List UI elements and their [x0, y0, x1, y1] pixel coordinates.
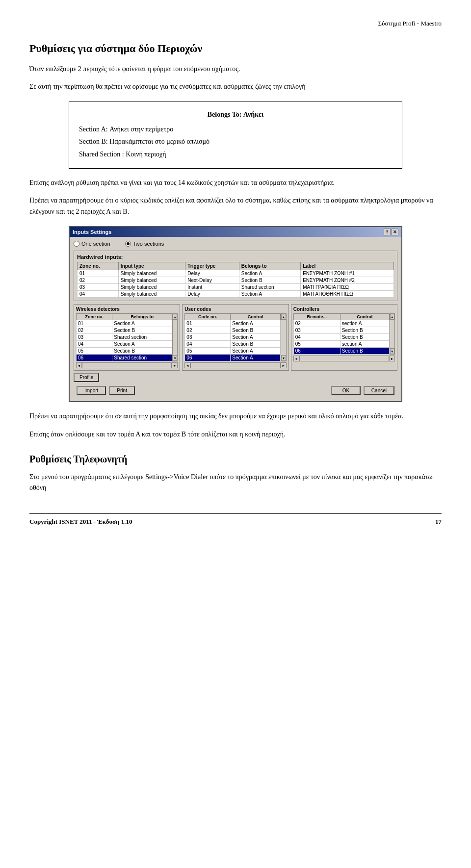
table-row[interactable]: 02section A: [293, 320, 389, 327]
footer-left-buttons: Import Print: [77, 386, 135, 395]
table-row[interactable]: 04Section B: [293, 334, 389, 341]
hardwired-inputs-group: Hardwired inputs: Zone no. Input type Tr…: [74, 251, 397, 301]
table-row[interactable]: 02Simply balancedNext-DelaySection BΕΝΣΥ…: [78, 277, 394, 284]
usercodes-scroll-left[interactable]: ◄: [184, 362, 190, 368]
belongs-to-label: Belongs To: Ανήκει: [79, 109, 392, 121]
table-row[interactable]: 01Simply balancedDelaySection AΕΝΣΥΡΜΑΤΗ…: [78, 270, 394, 277]
radio-one-circle[interactable]: [74, 241, 79, 247]
usercodes-hscroll-track: [190, 362, 280, 368]
user-codes-table-scroll: Code no. Control 01Section A02Section B0…: [184, 313, 286, 361]
table-row[interactable]: 05Section A: [185, 348, 281, 355]
print-button[interactable]: Print: [109, 386, 135, 395]
wireless-scroll-down[interactable]: ▼: [173, 355, 177, 361]
table-row[interactable]: 05Section B: [77, 348, 172, 355]
wcol-belongs: Belongs to: [112, 314, 172, 320]
page-number: 17: [435, 518, 442, 526]
bottom-panels: Wireless detectors Zone no. Belongs to 0…: [74, 304, 397, 371]
titlebar-buttons: ? ✕: [384, 229, 398, 235]
table-row[interactable]: 03Simply balancedInstantShared sectionΜΑ…: [78, 284, 394, 291]
table-row[interactable]: 04Section A: [77, 341, 172, 348]
usercodes-scroll-up[interactable]: ▲: [281, 314, 286, 320]
user-codes-panel: User codes Code no. Control 01Section A0…: [182, 304, 288, 371]
controllers-scroll-right[interactable]: ►: [389, 356, 395, 361]
table-row[interactable]: 04Section B: [185, 341, 281, 348]
radio-two-label: Two sections: [133, 241, 164, 247]
wireless-scrollbar[interactable]: ▲ ▼: [172, 313, 178, 361]
ok-button[interactable]: OK: [331, 386, 361, 395]
ccol-control: Control: [340, 314, 389, 320]
section-a-line: Section A: Ανήκει στην περίμετρο: [79, 124, 392, 135]
window-footer: Import Print OK Cancel: [74, 384, 397, 397]
paragraph-6: Επίσης όταν οπλίσουμε και τον τομέα Α κα…: [29, 429, 442, 440]
wireless-scroll-left[interactable]: ◄: [76, 362, 82, 368]
ccol-remote: Remote...: [293, 314, 340, 320]
controllers-scroll-down[interactable]: ▼: [390, 348, 394, 354]
hardwired-label: Hardwired inputs:: [77, 254, 394, 260]
section-b-line: Section B: Παρακάμπτεται στο μερικό οπλι…: [79, 136, 392, 148]
wcol-zone: Zone no.: [77, 314, 112, 320]
wireless-scroll-up[interactable]: ▲: [173, 314, 177, 320]
paragraph-4: Πρέπει να παρατηρήσουμε ότι ο κύριος κωδ…: [29, 195, 442, 217]
window-body: One section Two sections Hardwired input…: [70, 237, 401, 401]
radio-two-circle[interactable]: [125, 241, 131, 247]
import-button[interactable]: Import: [77, 386, 106, 395]
controllers-scrollbar[interactable]: ▲ ▼: [390, 313, 395, 355]
controllers-table: Remote... Control 02section A03Section B…: [293, 313, 390, 355]
profile-button[interactable]: Profile: [74, 373, 99, 382]
page-title: Ρυθμίσεις για σύστημα δύο Περιοχών: [29, 42, 442, 55]
table-row[interactable]: 03Section A: [185, 334, 281, 341]
wireless-hscroll-track: [82, 362, 172, 368]
controllers-title: Controllers: [293, 306, 395, 312]
paragraph-5: Πρέπει να παρατηρήσουμε ότι σε αυτή την …: [29, 411, 442, 422]
radio-one-label: One section: [81, 241, 110, 247]
ucol-control: Control: [231, 314, 281, 320]
table-row[interactable]: 01Section A: [185, 320, 281, 327]
window-question-btn[interactable]: ?: [384, 229, 391, 235]
wireless-scroll-right[interactable]: ►: [172, 362, 178, 368]
table-row[interactable]: 02Section B: [77, 327, 172, 334]
radio-two-sections[interactable]: Two sections: [125, 241, 164, 247]
controllers-hscroll-track: [299, 356, 389, 361]
table-row[interactable]: 06Section B: [293, 348, 389, 355]
usercodes-scroll-right[interactable]: ►: [281, 362, 287, 368]
window-title: Inputs Settings: [73, 229, 111, 235]
usercodes-scroll-down[interactable]: ▼: [281, 355, 286, 361]
table-row[interactable]: 02Section B: [185, 327, 281, 334]
usercodes-scrollbar[interactable]: ▲ ▼: [281, 313, 286, 361]
paragraph-2: Σε αυτή την περίπτωση θα πρέπει να ορίσο…: [29, 81, 442, 92]
cancel-button[interactable]: Cancel: [364, 386, 394, 395]
col-trigger: Trigger type: [185, 262, 239, 270]
table-row[interactable]: 03Shared section: [77, 334, 172, 341]
paragraph-7: Στο μενού του προγράμματος επιλέγουμε Se…: [29, 472, 442, 494]
controllers-scroll-up[interactable]: ▲: [390, 314, 394, 320]
profile-row: Profile: [74, 373, 397, 382]
ucol-code: Code no.: [185, 314, 231, 320]
paragraph-1: Όταν επιλέξουμε 2 περιοχές τότε φαίνεται…: [29, 64, 442, 75]
table-row[interactable]: 05section A: [293, 341, 389, 348]
radio-one-section[interactable]: One section: [74, 241, 110, 247]
wireless-table-scroll: Zone no. Belongs to 01Section A02Section…: [76, 313, 178, 361]
user-codes-title: User codes: [184, 306, 286, 312]
footer-right-buttons: OK Cancel: [331, 386, 394, 395]
wireless-table: Zone no. Belongs to 01Section A02Section…: [76, 313, 172, 361]
section2-heading: Ρυθμίσεις Τηλεφωνητή: [29, 454, 442, 465]
hardwired-table: Zone no. Input type Trigger type Belongs…: [77, 262, 394, 298]
table-row[interactable]: 04Simply balancedDelaySection AΜΑΤΙ ΑΠΟΘ…: [78, 291, 394, 298]
col-belongs: Belongs to: [239, 262, 300, 270]
inputs-settings-window: Inputs Settings ? ✕ One section Two sect…: [69, 226, 402, 402]
table-row[interactable]: 06Section A: [185, 355, 281, 361]
section-radio-group: One section Two sections: [74, 241, 397, 247]
controllers-table-scroll: Remote... Control 02section A03Section B…: [293, 313, 395, 355]
col-input: Input type: [118, 262, 185, 270]
window-close-btn[interactable]: ✕: [392, 229, 398, 235]
table-row[interactable]: 01Section A: [77, 320, 172, 327]
table-row[interactable]: 03Section B: [293, 327, 389, 334]
table-row[interactable]: 06Shared section: [77, 355, 172, 361]
col-label: Label: [301, 262, 394, 270]
window-titlebar: Inputs Settings ? ✕: [70, 227, 401, 237]
controllers-panel: Controllers Remote... Control 02section …: [291, 304, 397, 371]
controllers-scroll-left[interactable]: ◄: [293, 356, 299, 361]
page-footer: Copyright ISNET 2011 - Έκδοση 1.10 17: [29, 513, 442, 526]
paragraph-3: Επίσης ανάλογη ρύθμιση πρέπει να γίνει κ…: [29, 178, 442, 188]
header-title: Σύστημα Profi - Maestro: [378, 20, 442, 27]
